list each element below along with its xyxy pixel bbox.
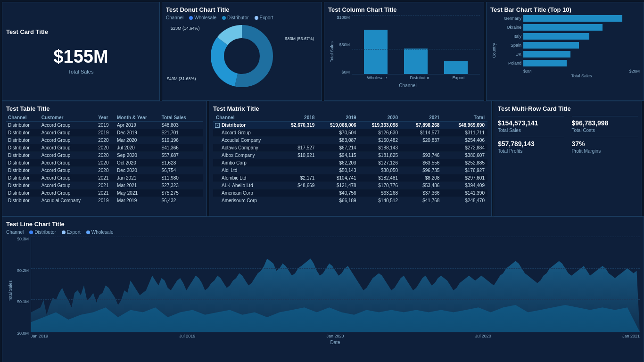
bar-fill-germany	[523, 15, 622, 22]
donut-label-1: $23M (14.64%)	[171, 26, 200, 31]
table-row: DistributorAccord Group2019Apr 2019$48,8…	[6, 122, 203, 129]
bar-row-germany: Germany	[498, 15, 640, 22]
legend-distributor: Distributor	[222, 15, 249, 20]
table-row: DistributorAccord Group2020Dec 2020$6,75…	[6, 167, 203, 174]
column-bars-container: Wholesale Distributor Export	[352, 15, 480, 83]
matrix-row: American Corp$40,756$63,268$37,366$141,3…	[213, 189, 487, 197]
grid-line-bottom	[352, 74, 480, 74]
matrix-row: Alembic Ltd$2,171$104,741$182,481$8,208$…	[213, 174, 487, 182]
table-row: DistributorAccord Group2019Dec 2019$21,7…	[6, 129, 203, 137]
multirow-value-total-sales: $154,573,141	[498, 119, 564, 127]
bar-fill-ukraine	[523, 24, 603, 31]
bar-y-axis-label: Country	[492, 43, 496, 58]
donut-panel: Test Donut Chart Title Channel Wholesale…	[162, 2, 322, 101]
column-chart-area: $100M $50M $0M	[336, 15, 480, 83]
matrix-row: Actavis Company$17,527$67,214$188,143$27…	[213, 144, 487, 152]
wholesale-dot	[189, 16, 193, 20]
multirow-item-total-profits: $57,789,143 Total Profits	[498, 137, 564, 154]
bar-row-ukraine: Ukraine	[498, 24, 640, 31]
donut-title: Test Donut Chart Title	[166, 6, 318, 13]
bar-rows: Germany Ukraine Italy Spain	[498, 15, 640, 66]
row-1: Test Card Title $155M Total Sales Test D…	[2, 2, 644, 101]
bar-x-axis-label: Total Sales	[498, 74, 640, 78]
matrix-title: Test Matrix Title	[213, 105, 487, 112]
bar-country-poland: Poland	[498, 61, 521, 66]
col-year: Year	[96, 114, 115, 122]
line-legend-channel-label: Channel	[6, 230, 24, 235]
bar-chart-inner: Germany Ukraine Italy Spain	[498, 15, 640, 86]
col-bar-export	[442, 61, 470, 74]
column-y-axis-label: Total Sales	[330, 41, 334, 62]
matrix-table: Channel 2018 2019 2020 2021 Total -Distr…	[213, 114, 487, 204]
line-x-labels: Jan 2019 Jul 2019 Jan 2020 Jul 2020 Jan …	[31, 332, 640, 340]
table-row: DistributorAccord Group2020Mar 2020$19,1…	[6, 137, 203, 144]
bar-fill-spain	[523, 42, 579, 49]
bar-chart-panel: Test Bar Chart Title (Top 10) Country Ge…	[486, 2, 644, 101]
multirow-item-total-costs: $96,783,998 Total Costs	[572, 116, 638, 133]
col-bar-distributor-fill	[404, 49, 428, 74]
matrix-col-2020: 2020	[359, 114, 401, 122]
multirow-label-profit-margins: Profit Margins	[572, 148, 638, 154]
line-chart-outer: Total Sales $0.3M $0.2M $0.1M $0.0M	[6, 237, 640, 345]
card-label: Total Sales	[6, 69, 156, 74]
multirow-value-profit-margins: 37%	[572, 140, 638, 148]
export-dot	[255, 16, 258, 20]
svg-point-3	[225, 39, 259, 73]
matrix-body: -Distributor$2,670,319$19,068,006$19,333…	[213, 122, 487, 204]
multirow-item-profit-margins: 37% Profit Margins	[572, 137, 638, 154]
bar-country-italy: Italy	[498, 34, 521, 39]
table-row: DistributorAccord Group2021May 2021$75,2…	[6, 189, 203, 197]
donut-chart: $23M (14.64%) $49M (31.68%) $83M (53.67%…	[166, 22, 318, 90]
legend-channel-label: Channel	[166, 15, 183, 20]
donut-label-3: $83M (53.67%)	[285, 36, 314, 41]
multirow-card: $154,573,141 Total Sales $96,783,998 Tot…	[498, 116, 638, 154]
legend-export: Export	[255, 15, 273, 20]
row-2: Test Table Title Channel Customer Year M…	[2, 101, 644, 216]
bar-country-spain: Spain	[498, 43, 521, 48]
matrix-row: Aibox Company$10,921$94,115$181,825$93,7…	[213, 152, 487, 159]
table-header-row: Channel Customer Year Month & Year Total…	[6, 114, 203, 122]
matrix-scroll[interactable]: Channel 2018 2019 2020 2021 Total -Distr…	[213, 114, 487, 204]
matrix-row: ALK-Abello Ltd$48,669$121,478$170,776$53…	[213, 182, 487, 189]
table-row: DistributorAccord Group2021Jan 2021$11,9…	[6, 174, 203, 182]
table-row: DistributorAccord Group2021Mar 2021$27,3…	[6, 182, 203, 189]
donut-svg	[204, 22, 280, 90]
donut-label-2: $49M (31.68%)	[167, 76, 196, 81]
col-bar-wholesale-fill	[364, 30, 388, 74]
matrix-row: Aimbo Corp$62,203$127,126$63,556$252,885	[213, 159, 487, 167]
matrix-col-2018: 2018	[279, 114, 317, 122]
donut-legend: Channel Wholesale Distributor Export	[166, 15, 318, 20]
line-chart-area	[31, 237, 640, 332]
table-row: DistributorAccord Group2020Sep 2020$57,6…	[6, 152, 203, 159]
card-value: $155M	[6, 47, 156, 67]
line-y-axis-label: Total Sales	[8, 280, 13, 301]
multirow-item-total-sales: $154,573,141 Total Sales	[498, 116, 564, 133]
multirow-panel: Test Multi-Row Card Title $154,573,141 T…	[494, 101, 642, 216]
table-body: DistributorAccord Group2019Apr 2019$48,8…	[6, 122, 203, 204]
bar-country-uk: UK	[498, 52, 521, 57]
line-chart-right: Jan 2019 Jul 2019 Jan 2020 Jul 2020 Jan …	[31, 237, 640, 345]
column-chart-panel: Test Column Chart Title Total Sales $100…	[324, 2, 484, 101]
multirow-label-total-costs: Total Costs	[572, 128, 638, 133]
col-month-year: Month & Year	[115, 114, 160, 122]
card-panel: Test Card Title $155M Total Sales	[2, 2, 160, 101]
bar-country-ukraine: Ukraine	[498, 25, 521, 30]
grid-line-top	[352, 15, 480, 16]
matrix-group-header: -Distributor$2,670,319$19,068,006$19,333…	[213, 122, 487, 129]
data-table: Channel Customer Year Month & Year Total…	[6, 114, 203, 204]
matrix-expand-icon[interactable]: -	[215, 123, 220, 128]
bar-axis-labels: $0M $20M	[498, 69, 640, 74]
bar-chart-wrapper: Country Germany Ukraine	[490, 15, 640, 86]
column-chart-title: Test Column Chart Title	[328, 6, 480, 13]
multirow-value-total-costs: $96,783,998	[572, 119, 638, 127]
line-distributor-dot	[29, 230, 33, 234]
col-total-sales: Total Sales	[160, 114, 203, 122]
legend-wholesale: Wholesale	[189, 15, 216, 20]
bar-row-italy: Italy	[498, 33, 640, 40]
matrix-row: Accudial Company$83,087$150,482$20,837$2…	[213, 137, 487, 144]
col-channel: Channel	[6, 114, 40, 122]
table-scroll[interactable]: Channel Customer Year Month & Year Total…	[6, 114, 203, 204]
line-chart-title: Test Line Chart Title	[6, 221, 640, 228]
matrix-header-row: Channel 2018 2019 2020 2021 Total	[213, 114, 487, 122]
bar-chart-title: Test Bar Chart Title (Top 10)	[490, 6, 640, 13]
